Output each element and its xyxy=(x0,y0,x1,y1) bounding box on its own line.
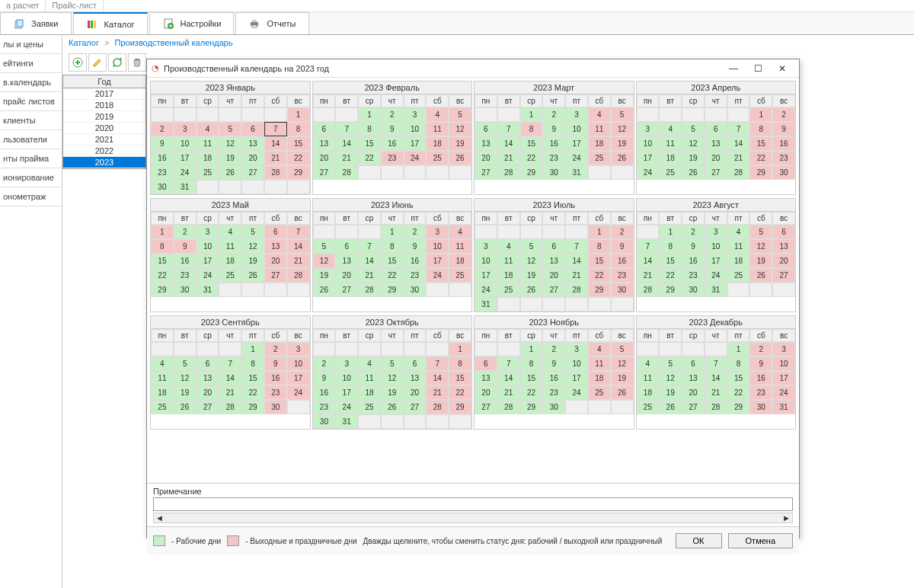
day-cell[interactable]: 3 xyxy=(705,225,727,239)
day-cell[interactable]: 24 xyxy=(475,283,497,297)
day-cell[interactable]: 2 xyxy=(542,342,565,356)
day-cell[interactable]: 10 xyxy=(772,356,795,371)
day-cell[interactable]: 19 xyxy=(520,268,543,283)
day-cell[interactable]: 12 xyxy=(381,371,404,385)
day-cell[interactable]: 9 xyxy=(611,239,634,254)
day-cell[interactable]: 22 xyxy=(381,268,404,283)
day-cell[interactable]: 23 xyxy=(542,385,565,400)
day-cell[interactable]: 16 xyxy=(682,254,705,268)
day-cell[interactable]: 8 xyxy=(287,122,310,136)
secondary-tab[interactable]: Прайс-лист xyxy=(46,0,104,11)
day-cell[interactable]: 25 xyxy=(219,268,241,283)
day-cell[interactable]: 28 xyxy=(497,400,520,414)
day-cell[interactable]: 14 xyxy=(358,254,381,268)
day-cell[interactable]: 12 xyxy=(611,356,634,371)
day-cell[interactable]: 19 xyxy=(659,385,682,400)
day-cell[interactable]: 31 xyxy=(174,180,197,194)
day-cell[interactable]: 1 xyxy=(381,225,404,239)
day-cell[interactable]: 3 xyxy=(565,107,588,122)
day-cell[interactable]: 18 xyxy=(449,254,471,268)
day-cell[interactable]: 5 xyxy=(381,356,404,371)
year-item-2021[interactable]: 2021 xyxy=(63,134,145,145)
day-cell[interactable]: 28 xyxy=(565,283,588,297)
day-cell[interactable]: 30 xyxy=(151,180,174,194)
day-cell[interactable]: 19 xyxy=(174,385,197,400)
day-cell[interactable]: 11 xyxy=(426,122,449,136)
day-cell[interactable]: 31 xyxy=(705,283,727,297)
day-cell[interactable]: 10 xyxy=(197,239,219,254)
day-cell[interactable]: 19 xyxy=(682,151,705,165)
year-item-2023[interactable]: 2023 xyxy=(63,157,145,168)
day-cell[interactable]: 28 xyxy=(705,400,727,414)
day-cell[interactable]: 1 xyxy=(520,107,543,122)
day-cell[interactable]: 7 xyxy=(426,356,449,371)
day-cell[interactable]: 1 xyxy=(588,225,611,239)
day-cell[interactable]: 3 xyxy=(404,107,427,122)
day-cell[interactable]: 18 xyxy=(727,254,750,268)
day-cell[interactable]: 20 xyxy=(475,151,497,165)
tab-отчеты[interactable]: Отчеты xyxy=(235,12,308,34)
day-cell[interactable]: 9 xyxy=(174,239,197,254)
day-cell[interactable]: 25 xyxy=(426,151,449,165)
day-cell[interactable]: 3 xyxy=(475,239,497,254)
year-item-2022[interactable]: 2022 xyxy=(63,145,145,157)
day-cell[interactable]: 25 xyxy=(727,268,750,283)
day-cell[interactable]: 7 xyxy=(287,225,310,239)
day-cell[interactable]: 25 xyxy=(659,165,682,180)
day-cell[interactable]: 17 xyxy=(565,371,588,385)
day-cell[interactable]: 24 xyxy=(772,385,795,400)
day-cell[interactable]: 30 xyxy=(313,414,336,429)
day-cell[interactable]: 15 xyxy=(241,371,264,385)
day-cell[interactable]: 22 xyxy=(241,385,264,400)
day-cell[interactable]: 16 xyxy=(749,371,772,385)
day-cell[interactable]: 5 xyxy=(659,356,682,371)
day-cell[interactable]: 2 xyxy=(404,225,427,239)
day-cell[interactable]: 13 xyxy=(313,136,336,151)
day-cell[interactable]: 21 xyxy=(565,268,588,283)
day-cell[interactable]: 26 xyxy=(682,165,705,180)
day-cell[interactable]: 1 xyxy=(358,107,381,122)
day-cell[interactable]: 2 xyxy=(174,225,197,239)
day-cell[interactable]: 15 xyxy=(358,136,381,151)
day-cell[interactable]: 22 xyxy=(151,268,174,283)
day-cell[interactable]: 20 xyxy=(313,151,336,165)
day-cell[interactable]: 18 xyxy=(588,136,611,151)
day-cell[interactable]: 20 xyxy=(241,151,264,165)
sidebar-item[interactable]: онометраж xyxy=(0,187,62,206)
day-cell[interactable]: 1 xyxy=(151,225,174,239)
day-cell[interactable]: 30 xyxy=(542,400,565,414)
day-cell[interactable]: 29 xyxy=(151,283,174,297)
day-cell[interactable]: 26 xyxy=(449,151,471,165)
day-cell[interactable]: 23 xyxy=(404,268,427,283)
day-cell[interactable]: 4 xyxy=(426,107,449,122)
day-cell[interactable]: 1 xyxy=(520,342,543,356)
day-cell[interactable]: 5 xyxy=(174,356,197,371)
day-cell[interactable]: 17 xyxy=(705,254,727,268)
day-cell[interactable]: 20 xyxy=(264,254,287,268)
day-cell[interactable]: 29 xyxy=(749,165,772,180)
day-cell[interactable]: 15 xyxy=(287,136,310,151)
day-cell[interactable]: 15 xyxy=(727,371,750,385)
day-cell[interactable]: 4 xyxy=(219,225,241,239)
day-cell[interactable]: 10 xyxy=(335,371,358,385)
day-cell[interactable]: 4 xyxy=(151,356,174,371)
day-cell[interactable]: 10 xyxy=(287,356,310,371)
day-cell[interactable]: 16 xyxy=(264,371,287,385)
day-cell[interactable]: 31 xyxy=(197,283,219,297)
day-cell[interactable]: 23 xyxy=(542,151,565,165)
day-cell[interactable]: 4 xyxy=(727,225,750,239)
day-cell[interactable]: 23 xyxy=(313,400,336,414)
day-cell[interactable]: 19 xyxy=(313,268,336,283)
sidebar-item[interactable]: лы и цены xyxy=(0,35,62,54)
day-cell[interactable]: 17 xyxy=(565,136,588,151)
day-cell[interactable]: 3 xyxy=(637,122,660,136)
day-cell[interactable]: 14 xyxy=(287,239,310,254)
day-cell[interactable]: 22 xyxy=(520,385,543,400)
day-cell[interactable]: 9 xyxy=(682,239,705,254)
day-cell[interactable]: 16 xyxy=(404,254,427,268)
day-cell[interactable]: 4 xyxy=(659,122,682,136)
day-cell[interactable]: 24 xyxy=(565,385,588,400)
sidebar-item[interactable]: нты прайма xyxy=(0,149,62,168)
day-cell[interactable]: 15 xyxy=(449,371,471,385)
day-cell[interactable]: 22 xyxy=(727,385,750,400)
